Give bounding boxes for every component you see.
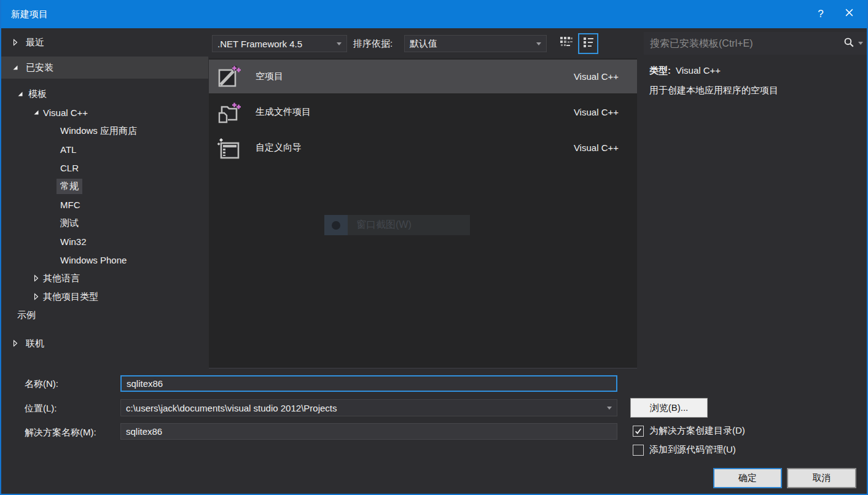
tree-item-label: 最近 xyxy=(26,37,44,49)
tree-item-label: Win32 xyxy=(60,236,87,247)
close-icon xyxy=(845,8,854,20)
checkmark-icon xyxy=(634,427,643,435)
ghost-menu-item: 窗口截图(W) xyxy=(324,215,470,235)
tree-item-label: 其他语言 xyxy=(43,273,80,284)
tree-item-label: 常规 xyxy=(57,179,82,194)
chevron-down-icon xyxy=(607,407,612,410)
custom-wizard-icon xyxy=(216,136,241,160)
expanded-arrow-icon[interactable] xyxy=(17,91,28,97)
new-project-dialog: 新建项目 ? 最近已安装模板Visual C++Windows 应用商店ATLC… xyxy=(0,0,868,495)
framework-dropdown-value: .NET Framework 4.5 xyxy=(217,39,302,49)
sort-dropdown[interactable]: 默认值 xyxy=(404,35,547,52)
add-source-control-label: 添加到源代码管理(U) xyxy=(649,444,736,456)
type-value: Visual C++ xyxy=(676,65,721,76)
tree-item-label: Windows 应用商店 xyxy=(60,125,137,137)
tree-item-label: Windows Phone xyxy=(60,255,127,265)
location-combobox[interactable]: c:\users\jack\documents\visual studio 20… xyxy=(120,399,617,416)
tree-item-label: 测试 xyxy=(60,217,79,229)
type-label: 类型: xyxy=(649,65,671,76)
search-options-chevron-icon[interactable] xyxy=(858,42,863,45)
add-source-control-checkbox[interactable] xyxy=(633,445,644,456)
tree-item-ATL[interactable]: ATL xyxy=(1,140,208,158)
help-button[interactable]: ? xyxy=(807,0,835,28)
tree-item-测试[interactable]: 测试 xyxy=(1,214,208,232)
solution-name-label: 解决方案名称(M): xyxy=(25,427,96,438)
template-row[interactable]: 空项目Visual C++ xyxy=(209,60,637,93)
list-view-button[interactable] xyxy=(578,33,598,54)
list-view-icon xyxy=(582,36,595,51)
template-name: 生成文件项目 xyxy=(256,106,574,118)
template-language: Visual C++ xyxy=(574,71,619,82)
category-tree: 最近已安装模板Visual C++Windows 应用商店ATLCLR常规MFC… xyxy=(1,28,208,353)
tree-item-已安装[interactable]: 已安装 xyxy=(1,57,208,79)
close-button[interactable] xyxy=(835,0,863,28)
tree-item-label: 示例 xyxy=(17,310,36,321)
chevron-down-icon xyxy=(337,42,342,45)
ghost-menu-bullet-icon xyxy=(324,215,348,235)
framework-dropdown[interactable]: .NET Framework 4.5 xyxy=(212,35,347,52)
template-language: Visual C++ xyxy=(574,107,619,117)
collapsed-arrow-icon[interactable] xyxy=(33,275,43,282)
help-icon: ? xyxy=(818,8,823,20)
tree-item-其他项目类型[interactable]: 其他项目类型 xyxy=(1,287,208,306)
solution-name-input[interactable] xyxy=(120,423,617,440)
tree-item-CLR[interactable]: CLR xyxy=(1,158,208,177)
ghost-menu-label: 窗口截图(W) xyxy=(348,215,470,235)
tree-item-label: MFC xyxy=(60,200,80,210)
collapsed-arrow-icon[interactable] xyxy=(12,39,26,46)
title-bar[interactable]: 新建项目 ? xyxy=(0,0,868,28)
search-icon[interactable] xyxy=(843,37,854,50)
expanded-arrow-icon[interactable] xyxy=(33,109,43,115)
template-name: 空项目 xyxy=(256,71,574,82)
template-name: 自定义向导 xyxy=(256,142,574,154)
collapsed-arrow-icon[interactable] xyxy=(33,293,43,300)
template-description: 用于创建本地应用程序的空项目 xyxy=(649,85,864,96)
tree-item-Windows 应用商店[interactable]: Windows 应用商店 xyxy=(1,122,208,140)
location-value: c:\users\jack\documents\visual studio 20… xyxy=(126,403,337,413)
location-label: 位置(L): xyxy=(25,403,57,415)
tree-item-MFC[interactable]: MFC xyxy=(1,195,208,214)
tree-item-label: 模板 xyxy=(28,88,47,100)
create-solution-dir-checkbox[interactable] xyxy=(633,426,644,437)
tree-item-最近[interactable]: 最近 xyxy=(1,33,208,52)
empty-project-icon xyxy=(216,64,241,89)
expanded-arrow-icon[interactable] xyxy=(12,64,26,71)
template-row[interactable]: 生成文件项目Visual C++ xyxy=(209,95,637,129)
cancel-button[interactable]: 取消 xyxy=(787,468,856,488)
tree-item-常规[interactable]: 常规 xyxy=(1,177,208,195)
sort-dropdown-value: 默认值 xyxy=(410,38,437,50)
small-icons-view-icon xyxy=(560,36,573,51)
small-icons-view-button[interactable] xyxy=(556,33,576,54)
tree-item-联机[interactable]: 联机 xyxy=(1,334,208,353)
tree-item-label: 联机 xyxy=(26,338,44,349)
create-solution-dir-label: 为解决方案创建目录(D) xyxy=(649,425,745,437)
makefile-project-icon xyxy=(216,100,241,125)
tree-item-label: 其他项目类型 xyxy=(43,291,98,303)
ok-button[interactable]: 确定 xyxy=(713,468,782,488)
template-row[interactable]: 自定义向导Visual C++ xyxy=(209,131,637,165)
tree-item-Visual C++[interactable]: Visual C++ xyxy=(1,103,208,122)
tree-item-Win32[interactable]: Win32 xyxy=(1,232,208,251)
tree-item-label: Visual C++ xyxy=(43,107,88,118)
tree-item-其他语言[interactable]: 其他语言 xyxy=(1,269,208,287)
template-language: Visual C++ xyxy=(574,142,619,153)
name-label: 名称(N): xyxy=(25,378,58,390)
tree-item-label: CLR xyxy=(60,163,79,173)
dialog-title: 新建项目 xyxy=(0,9,48,20)
chevron-down-icon xyxy=(536,42,541,45)
tree-item-Windows Phone[interactable]: Windows Phone xyxy=(1,251,208,269)
tree-item-模板[interactable]: 模板 xyxy=(1,85,208,103)
search-input[interactable] xyxy=(644,38,843,49)
project-name-input[interactable] xyxy=(120,375,617,392)
tree-item-label: ATL xyxy=(60,144,76,155)
sort-by-label: 排序依据: xyxy=(353,38,393,50)
collapsed-arrow-icon[interactable] xyxy=(12,340,26,347)
browse-button[interactable]: 浏览(B)... xyxy=(630,398,708,418)
template-details: 类型:Visual C++ 用于创建本地应用程序的空项目 xyxy=(649,65,864,96)
tree-item-示例[interactable]: 示例 xyxy=(1,306,208,324)
tree-item-label: 已安装 xyxy=(26,62,53,74)
search-box xyxy=(644,32,868,55)
template-list: 空项目Visual C++生成文件项目Visual C++自定义向导Visual… xyxy=(209,58,637,368)
